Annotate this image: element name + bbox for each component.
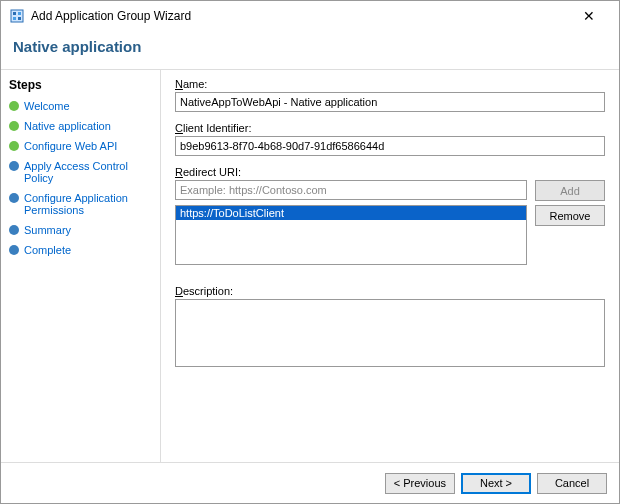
window-title: Add Application Group Wizard xyxy=(31,9,567,23)
wizard-window: Add Application Group Wizard ✕ Native ap… xyxy=(0,0,620,504)
step-bullet-icon xyxy=(9,141,19,151)
step-complete[interactable]: Complete xyxy=(9,244,156,256)
step-welcome[interactable]: Welcome xyxy=(9,100,156,112)
svg-rect-1 xyxy=(13,12,16,15)
close-button[interactable]: ✕ xyxy=(567,2,611,30)
content-panel: Name: Client Identifier: Redirect URI: A… xyxy=(161,70,619,462)
step-bullet-icon xyxy=(9,193,19,203)
step-bullet-icon xyxy=(9,161,19,171)
step-label: Configure Application Permissions xyxy=(24,192,156,216)
step-label: Native application xyxy=(24,120,111,132)
step-bullet-icon xyxy=(9,245,19,255)
description-label: Description: xyxy=(175,285,605,297)
step-configure-application-permissions[interactable]: Configure Application Permissions xyxy=(9,192,156,216)
list-item[interactable]: https://ToDoListClient xyxy=(176,206,526,220)
add-button: Add xyxy=(535,180,605,201)
name-label: Name: xyxy=(175,78,605,90)
body: Steps Welcome Native application Configu… xyxy=(1,70,619,462)
step-native-application[interactable]: Native application xyxy=(9,120,156,132)
step-label: Summary xyxy=(24,224,71,236)
steps-panel: Steps Welcome Native application Configu… xyxy=(1,70,161,462)
name-input[interactable] xyxy=(175,92,605,112)
step-label: Apply Access Control Policy xyxy=(24,160,156,184)
svg-rect-3 xyxy=(13,17,16,20)
step-label: Configure Web API xyxy=(24,140,117,152)
step-summary[interactable]: Summary xyxy=(9,224,156,236)
footer: < Previous Next > Cancel xyxy=(1,462,619,503)
step-bullet-icon xyxy=(9,101,19,111)
description-input[interactable] xyxy=(175,299,605,367)
redirect-uri-list[interactable]: https://ToDoListClient xyxy=(175,205,527,265)
steps-heading: Steps xyxy=(9,78,156,92)
svg-rect-2 xyxy=(18,12,21,15)
page-title: Native application xyxy=(1,32,619,70)
cancel-button[interactable]: Cancel xyxy=(537,473,607,494)
client-id-input[interactable] xyxy=(175,136,605,156)
step-label: Welcome xyxy=(24,100,70,112)
step-configure-web-api[interactable]: Configure Web API xyxy=(9,140,156,152)
step-apply-access-control-policy[interactable]: Apply Access Control Policy xyxy=(9,160,156,184)
next-button[interactable]: Next > xyxy=(461,473,531,494)
svg-rect-4 xyxy=(18,17,21,20)
step-bullet-icon xyxy=(9,121,19,131)
step-label: Complete xyxy=(24,244,71,256)
step-bullet-icon xyxy=(9,225,19,235)
titlebar: Add Application Group Wizard ✕ xyxy=(1,1,619,32)
remove-button[interactable]: Remove xyxy=(535,205,605,226)
redirect-uri-input[interactable] xyxy=(175,180,527,200)
previous-button[interactable]: < Previous xyxy=(385,473,455,494)
client-id-label: Client Identifier: xyxy=(175,122,605,134)
app-icon xyxy=(9,8,25,24)
redirect-uri-label: Redirect URI: xyxy=(175,166,605,178)
svg-rect-0 xyxy=(11,10,23,22)
